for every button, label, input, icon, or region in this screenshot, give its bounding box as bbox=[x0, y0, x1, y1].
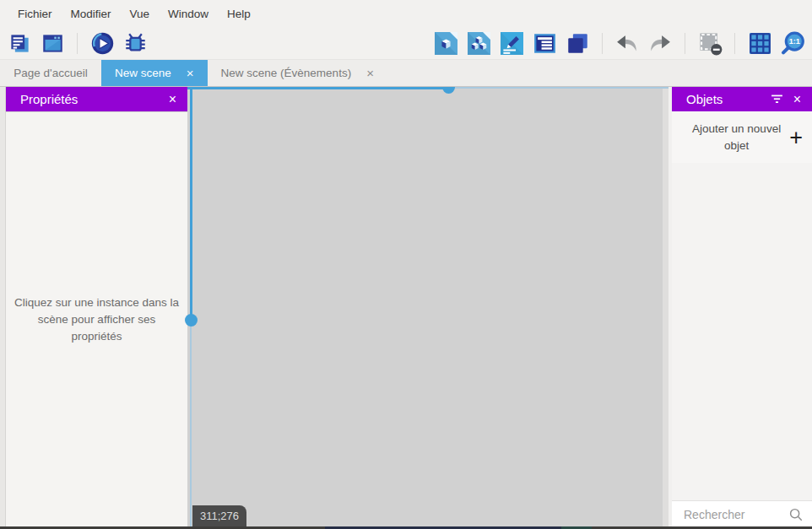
tab-scene-events[interactable]: New scene (Évènements) × bbox=[208, 60, 387, 86]
start-page-button[interactable] bbox=[40, 31, 65, 57]
scene-properties-button[interactable] bbox=[499, 31, 524, 57]
objects-list-empty-area bbox=[672, 163, 812, 500]
redo-button[interactable] bbox=[647, 31, 673, 57]
svg-text:1:1: 1:1 bbox=[788, 37, 799, 46]
grid-icon bbox=[749, 32, 771, 55]
cursor-coordinates-tooltip: 311;276 bbox=[192, 505, 246, 528]
gdevelop-window: Fichier Modifier Vue Window Help bbox=[0, 0, 812, 529]
add-object-row[interactable]: Ajouter un nouvel objet + bbox=[672, 111, 812, 163]
toolbar: 1:1 bbox=[0, 28, 812, 59]
menu-help[interactable]: Help bbox=[218, 0, 260, 28]
debug-bug-icon bbox=[124, 32, 147, 55]
zoom-original-button[interactable]: 1:1 bbox=[780, 31, 805, 57]
layers-editor-button[interactable] bbox=[532, 31, 557, 57]
stacked-squares-icon bbox=[566, 32, 589, 55]
tab-label: New scene (Évènements) bbox=[221, 67, 352, 79]
panel-gap bbox=[669, 87, 672, 528]
clear-selection-button[interactable] bbox=[697, 31, 723, 57]
tab-bar: Page d'accueil New scene × New scene (Év… bbox=[0, 59, 812, 87]
zoom-1-1-icon: 1:1 bbox=[781, 31, 805, 56]
close-icon[interactable]: × bbox=[793, 93, 801, 106]
close-icon[interactable]: × bbox=[366, 67, 374, 79]
object-group-cubes-icon bbox=[468, 32, 490, 55]
scene-canvas[interactable]: 311;276 bbox=[187, 87, 672, 528]
tab-home[interactable]: Page d'accueil bbox=[0, 60, 101, 86]
scene-top-border bbox=[187, 87, 448, 89]
properties-panel-body: Cliquez sur une instance dans la scène p… bbox=[6, 111, 187, 528]
close-icon[interactable]: × bbox=[169, 93, 176, 106]
debug-button[interactable] bbox=[122, 31, 148, 57]
project-manager-button[interactable] bbox=[7, 31, 32, 57]
undo-button[interactable] bbox=[614, 31, 640, 57]
menu-bar: Fichier Modifier Vue Window Help bbox=[0, 0, 812, 28]
filter-icon bbox=[771, 94, 783, 104]
editor-main: Propriétés × Cliquez sur une instance da… bbox=[0, 87, 812, 528]
search-icon bbox=[788, 507, 804, 522]
redo-arrow-icon bbox=[647, 33, 673, 55]
deselect-icon bbox=[698, 31, 723, 56]
preview-button[interactable] bbox=[89, 31, 115, 57]
object-cube-icon bbox=[435, 32, 457, 55]
objects-panel: Objets × Ajouter un nouvel objet + bbox=[672, 87, 812, 528]
menu-vue[interactable]: Vue bbox=[121, 0, 160, 28]
close-icon[interactable]: × bbox=[187, 67, 194, 79]
resize-handle-left[interactable] bbox=[185, 314, 198, 327]
object-groups-button[interactable] bbox=[466, 31, 491, 57]
tab-label: Page d'accueil bbox=[14, 67, 87, 79]
tab-label: New scene bbox=[115, 67, 171, 79]
properties-panel: Propriétés × Cliquez sur une instance da… bbox=[6, 87, 187, 528]
menu-fichier[interactable]: Fichier bbox=[8, 0, 62, 28]
toolbar-separator bbox=[734, 33, 735, 54]
layers-list-icon bbox=[533, 32, 556, 55]
pencil-edit-icon bbox=[501, 32, 523, 55]
left-gutter bbox=[0, 87, 6, 528]
play-icon bbox=[90, 31, 115, 56]
toolbar-separator bbox=[685, 33, 685, 54]
panel-title: Objets bbox=[686, 92, 771, 106]
object-search-bar bbox=[672, 500, 812, 528]
menu-window[interactable]: Window bbox=[159, 0, 218, 28]
window-icon bbox=[41, 32, 64, 55]
undo-arrow-icon bbox=[614, 33, 640, 55]
stacked-pages-icon bbox=[8, 32, 31, 55]
grid-button[interactable] bbox=[747, 31, 772, 57]
properties-panel-header: Propriétés × bbox=[6, 87, 187, 111]
filter-button[interactable] bbox=[771, 94, 783, 104]
plus-icon[interactable]: + bbox=[788, 129, 804, 146]
search-input[interactable] bbox=[684, 508, 788, 521]
toolbar-separator bbox=[602, 33, 603, 54]
tab-scene[interactable]: New scene × bbox=[101, 60, 208, 86]
toolbar-separator bbox=[77, 33, 78, 54]
objects-panel-header: Objets × bbox=[672, 87, 812, 111]
add-object-label: Ajouter un nouvel objet bbox=[685, 121, 788, 154]
menu-modifier[interactable]: Modifier bbox=[62, 0, 121, 28]
scene-top-border-light bbox=[448, 87, 669, 89]
scene-left-border bbox=[190, 87, 192, 320]
panel-title: Propriétés bbox=[20, 92, 159, 106]
resize-handle-top[interactable] bbox=[442, 87, 455, 94]
instances-list-button[interactable] bbox=[565, 31, 590, 57]
objects-editor-button[interactable] bbox=[433, 31, 458, 57]
properties-empty-message: Cliquez sur une instance dans la scène p… bbox=[12, 294, 182, 345]
scene-left-border-light bbox=[190, 320, 192, 528]
canvas-scrollbar[interactable] bbox=[663, 87, 669, 528]
